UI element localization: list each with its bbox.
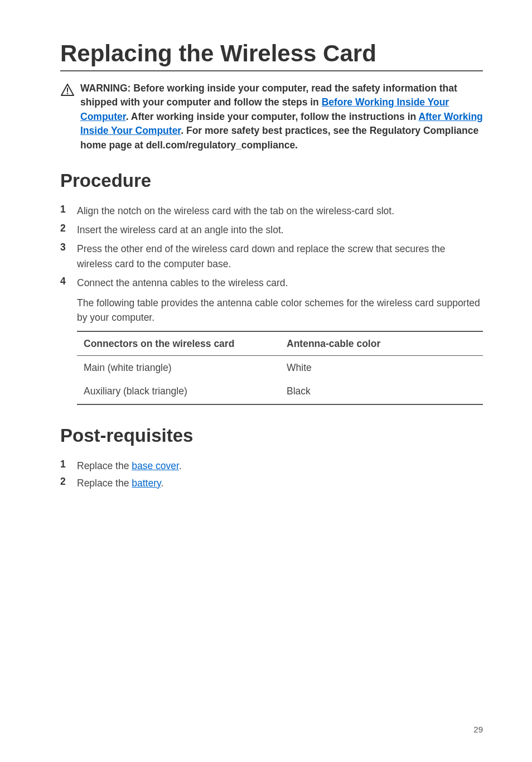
page-title: Replacing the Wireless Card [60, 40, 483, 71]
header-connector: Connectors on the wireless card [77, 331, 280, 356]
link-battery[interactable]: battery [132, 478, 161, 489]
post-step-1-body: Replace the base cover. [77, 459, 182, 473]
svg-point-1 [67, 93, 69, 94]
page-number: 29 [473, 725, 483, 734]
post-step-2-body: Replace the battery. [77, 476, 163, 490]
procedure-heading: Procedure [60, 170, 483, 191]
step-2: Insert the wireless card at an angle int… [60, 223, 483, 237]
table-header-row: Connectors on the wireless card Antenna-… [77, 331, 483, 356]
post-requisites-list: Replace the base cover. Replace the batt… [60, 459, 483, 490]
procedure-list: Align the notch on the wireless card wit… [60, 204, 483, 408]
step-2-text: Insert the wireless card at an angle int… [77, 223, 284, 237]
post-1-prefix: Replace the [77, 460, 132, 471]
cell-connector-2: Auxiliary (black triangle) [77, 379, 280, 404]
post-requisites-heading: Post-requisites [60, 425, 483, 446]
step-4-sub: The following table provides the antenna… [77, 296, 483, 325]
antenna-cable-table: Connectors on the wireless card Antenna-… [77, 331, 483, 406]
post-2-prefix: Replace the [77, 478, 132, 489]
warning-icon [60, 83, 75, 99]
post-1-suffix: . [179, 460, 182, 471]
step-3: Press the other end of the wireless card… [60, 242, 483, 271]
warning-text: WARNING: Before working inside your comp… [80, 81, 483, 152]
table-row: Auxiliary (black triangle) Black [77, 379, 483, 404]
cell-connector-1: Main (white triangle) [77, 355, 280, 379]
step-1-text: Align the notch on the wireless card wit… [77, 204, 394, 218]
step-4-body: Connect the antenna cables to the wirele… [77, 276, 483, 408]
page-content: Replacing the Wireless Card WARNING: Bef… [0, 0, 532, 490]
step-1: Align the notch on the wireless card wit… [60, 204, 483, 218]
post-step-2: Replace the battery. [60, 476, 483, 490]
post-step-1: Replace the base cover. [60, 459, 483, 473]
header-color: Antenna-cable color [280, 331, 483, 356]
step-3-text: Press the other end of the wireless card… [77, 242, 483, 271]
cell-color-1: White [280, 355, 483, 379]
warning-block: WARNING: Before working inside your comp… [60, 81, 483, 152]
table-row: Main (white triangle) White [77, 355, 483, 379]
step-4-main: Connect the antenna cables to the wirele… [77, 276, 483, 290]
step-4: Connect the antenna cables to the wirele… [60, 276, 483, 408]
warning-mid1: . After working inside your computer, fo… [126, 111, 419, 122]
post-2-suffix: . [161, 478, 163, 489]
cell-color-2: Black [280, 379, 483, 404]
link-base-cover[interactable]: base cover [132, 460, 179, 471]
